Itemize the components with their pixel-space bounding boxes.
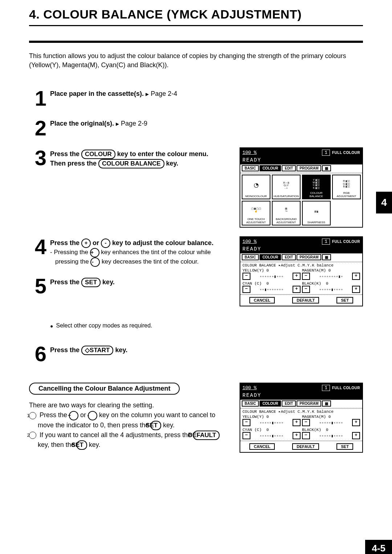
minus-key: - [101, 239, 110, 248]
menu-colour-balance[interactable]: Y ▮▯▯ M ▮▯▯ C ▮▯▯ K ▮▯▯ COLOUR BALANCE [302, 175, 331, 199]
cancel-opt2-b: key, then the [38, 441, 77, 448]
tab-icon[interactable]: ▦ [322, 254, 331, 260]
cyan-minus[interactable]: − [242, 286, 250, 293]
cancel-opt2-a: If you want to cancel all the 4 adjustme… [40, 431, 193, 439]
default-key: DEFAULT [193, 431, 220, 440]
set-key: SET [151, 421, 161, 430]
lcd-count: 1 [322, 239, 330, 245]
colour-key: COLOUR [81, 150, 115, 159]
yellow-minus[interactable]: − [242, 419, 250, 426]
tab-program[interactable]: PROGRAM [297, 165, 321, 171]
lcd-ready: READY [240, 246, 362, 253]
channel-black: BLACK(K) 0 −▫▫▫▫▫▮▫▫▫▫+ [302, 428, 360, 439]
step-4-or: or [91, 239, 101, 247]
black-minus[interactable]: − [302, 286, 310, 293]
lcd-subtitle: COLOUR BALANCE ▸Adjust C.M.Y.K balance [240, 408, 362, 415]
magenta-minus[interactable]: − [302, 419, 310, 426]
step-5-b: key. [101, 278, 115, 286]
lcd-count: 1 [322, 150, 330, 156]
tab-icon[interactable]: ▦ [322, 400, 331, 407]
onetouch-icon: ▢▣▢▢☝ [243, 202, 269, 217]
black-plus[interactable]: + [352, 286, 360, 293]
tab-program[interactable]: PROGRAM [297, 400, 321, 407]
lcd-count: 1 [322, 385, 330, 391]
step-5-a: Press the [50, 278, 81, 286]
step-4: 4 Press the + or - key to adjust the col… [29, 236, 233, 267]
black-minus[interactable]: − [302, 432, 310, 439]
step-6: 6 Press the ◇START key. [29, 343, 363, 364]
default-button[interactable]: DEFAULT [292, 443, 319, 450]
tab-icon[interactable]: ▦ [322, 165, 331, 171]
lcd-percent: 100 % [242, 385, 257, 391]
lcd-percent: 100 % [242, 239, 257, 244]
plus-key: + [69, 411, 78, 420]
plus-key: + [81, 239, 91, 248]
menu-background[interactable]: ▤↪BACKGROUND ADJUSTMENT [272, 201, 301, 225]
lcd-ready: READY [240, 157, 362, 164]
step-5: 5 Press the SET key. [29, 276, 233, 297]
lcd-colour-menu: 100 % 1 FULL COLOUR READY BASIC COLOUR E… [240, 147, 363, 228]
menu-rgb-adjust[interactable]: R ▮▯▯ G ▮▯▯ B ▮▯▯ RGB ADJUSTMENT [332, 175, 361, 199]
channel-cyan: CYAN (C) 0 −▫▫▮▫▫▫▫▫▫▫+ [242, 281, 301, 293]
set-button[interactable]: SET [336, 443, 353, 450]
yellow-plus[interactable]: + [293, 273, 301, 280]
lcd-balance-center: 100 % 1 FULL COLOUR READY BASIC COLOUR E… [240, 383, 363, 453]
lcd-ready: READY [240, 392, 362, 400]
set-button[interactable]: SET [336, 297, 353, 304]
cancel-intro: There are two ways for clearing the sett… [29, 400, 233, 410]
step-4-sub-c: key decreases the tint of the colour. [100, 258, 199, 265]
plus-key: + [90, 248, 99, 257]
cyan-plus[interactable]: + [293, 286, 301, 293]
step-number: 4 [29, 236, 46, 257]
lcd-balance-shifted: 100 % 1 FULL COLOUR READY BASIC COLOUR E… [240, 236, 363, 306]
tab-edit[interactable]: EDIT [282, 400, 296, 407]
menu-sharpness[interactable]: ▤▮SHARPNESS [302, 201, 331, 225]
set-key: SET [81, 278, 101, 287]
step-3: 3 Press the COLOUR key to enter the colo… [29, 147, 233, 168]
step-3-b: key to enter the colour menu. [115, 150, 208, 158]
tab-edit[interactable]: EDIT [282, 165, 296, 171]
black-plus[interactable]: + [352, 432, 360, 439]
step-1: 1 Place paper in the cassette(s). ▸ Page… [29, 88, 363, 109]
magenta-minus[interactable]: − [302, 273, 310, 280]
channel-yellow: YELLOW(Y) 0 −▫▫▫▫▫▫▮▫▫▫+ [242, 268, 301, 280]
tab-basic[interactable]: BASIC [242, 400, 259, 407]
monocolour-icon: ◔ [254, 182, 259, 188]
ymck-icon: Y ▮▯▯ M ▮▯▯ C ▮▯▯ K ▮▯▯ [303, 176, 329, 191]
tab-colour[interactable]: COLOUR [260, 254, 281, 260]
step-3-c: Then press the [50, 160, 98, 167]
cancel-opt1-a: Press the [40, 411, 69, 419]
yellow-minus[interactable]: − [242, 273, 250, 280]
default-button[interactable]: DEFAULT [292, 297, 319, 304]
cancel-button[interactable]: CANCEL [249, 443, 275, 450]
yellow-plus[interactable]: + [293, 419, 301, 426]
step-3-a: Press the [50, 150, 81, 158]
lcd-percent: 100 % [242, 150, 257, 155]
step-1-lead: Place paper in the cassette(s). [50, 90, 144, 97]
background-icon: ▤↪ [273, 202, 299, 217]
tab-colour[interactable]: COLOUR [260, 165, 281, 171]
cancel-opt2-c: key. [87, 441, 101, 448]
step-6-a: Press the [50, 346, 81, 354]
tab-edit[interactable]: EDIT [282, 254, 296, 260]
tab-basic[interactable]: BASIC [242, 165, 259, 171]
circled-1-icon: 1 [29, 412, 36, 419]
tab-colour[interactable]: COLOUR [260, 400, 281, 407]
cyan-minus[interactable]: − [242, 432, 250, 439]
step-2-lead: Place the original(s). [50, 120, 114, 127]
step-number: 5 [29, 276, 46, 297]
cyan-plus[interactable]: + [293, 432, 301, 439]
cancel-opt1-or: or [78, 411, 88, 419]
menu-one-touch[interactable]: ▢▣▢▢☝ONE TOUCH ADJUSTMENT [242, 201, 270, 225]
menu-monocolour[interactable]: ◔MONOCOLOUR [242, 175, 270, 199]
channel-cyan: CYAN (C) 0 −▫▫▫▫▫▮▫▫▫▫+ [242, 428, 301, 439]
menu-hue-saturation[interactable]: R↔BG↕Y- +HUE/SATURATION [272, 175, 301, 199]
cancel-button[interactable]: CANCEL [249, 297, 275, 304]
magenta-plus[interactable]: + [352, 273, 360, 280]
step-number: 1 [29, 88, 46, 109]
channel-black: BLACK(K) 0 −▫▫▫▫▫▮▫▫▫▫+ [302, 281, 360, 293]
lcd-subtitle: COLOUR BALANCE ▸Adjust C.M.Y.K balance [240, 262, 362, 268]
magenta-plus[interactable]: + [352, 419, 360, 426]
tab-basic[interactable]: BASIC [242, 254, 259, 260]
tab-program[interactable]: PROGRAM [297, 254, 321, 260]
